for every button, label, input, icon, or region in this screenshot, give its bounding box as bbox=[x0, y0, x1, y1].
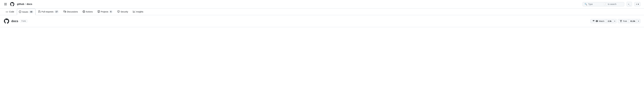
watch-main-button[interactable]: Watch bbox=[590, 19, 606, 23]
discussions-icon bbox=[64, 10, 66, 13]
fork-main-button[interactable]: Fork bbox=[618, 19, 629, 23]
watch-icon bbox=[592, 20, 595, 22]
repo-header: docs Public Watch 2.3k ▾ bbox=[0, 15, 644, 27]
tab-issues-label: Issues bbox=[22, 11, 28, 13]
projects-badge: 6 bbox=[109, 10, 112, 13]
search-kbd: / bbox=[604, 3, 607, 5]
repo-logo-icon bbox=[4, 18, 10, 24]
code-icon: <> bbox=[6, 11, 8, 13]
tab-projects-label: Projects bbox=[101, 10, 108, 13]
new-menu-button[interactable]: + ▾ bbox=[634, 2, 640, 6]
tab-insights[interactable]: Insights bbox=[131, 9, 146, 15]
issues-badge: 40 bbox=[29, 10, 33, 13]
repo-name: docs bbox=[11, 19, 18, 23]
tab-discussions[interactable]: Discussions bbox=[62, 9, 80, 15]
breadcrumb-owner[interactable]: github bbox=[17, 3, 24, 5]
tab-code-label: Code bbox=[9, 10, 14, 13]
tab-actions-label: Actions bbox=[86, 10, 93, 13]
tab-projects[interactable]: Projects 6 bbox=[96, 8, 115, 15]
search-icon: 🔍 bbox=[584, 3, 587, 5]
tab-issues[interactable]: Issues 40 bbox=[17, 9, 36, 15]
search-placeholder-text: Type bbox=[588, 3, 603, 5]
terminal-button[interactable]: >_ bbox=[626, 2, 632, 6]
fork-label: Fork bbox=[623, 20, 627, 22]
search-bar[interactable]: 🔍 Type / to search bbox=[582, 2, 624, 6]
breadcrumb-repo[interactable]: docs bbox=[26, 3, 32, 5]
tab-actions[interactable]: Actions bbox=[80, 9, 95, 15]
tab-insights-label: Insights bbox=[136, 10, 143, 13]
repository-nav: <> Code Issues 40 Pull requests 17 Discu… bbox=[0, 8, 644, 15]
issues-icon bbox=[19, 10, 21, 13]
visibility-badge: Public bbox=[20, 20, 28, 23]
fork-count[interactable]: 61.9k bbox=[629, 19, 637, 23]
tab-discussions-label: Discussions bbox=[67, 10, 78, 13]
tab-pull-requests-label: Pull requests bbox=[42, 10, 54, 13]
github-logo-icon bbox=[10, 2, 14, 6]
repo-actions: Watch 2.3k ▾ Fork 61.9k ▾ bbox=[590, 19, 640, 23]
fork-dropdown-arrow[interactable]: ▾ bbox=[637, 19, 640, 23]
security-icon bbox=[117, 10, 120, 13]
plus-dropdown-arrow: ▾ bbox=[638, 3, 639, 5]
projects-icon bbox=[98, 10, 100, 13]
tab-security[interactable]: Security bbox=[115, 9, 130, 15]
hamburger-line-3 bbox=[4, 5, 7, 5]
breadcrumb-separator: / bbox=[25, 3, 26, 5]
watch-label: Watch bbox=[599, 20, 604, 22]
watch-count[interactable]: 2.3k bbox=[606, 19, 613, 23]
plus-icon: + bbox=[636, 3, 637, 5]
eye-icon bbox=[596, 20, 598, 22]
watch-dropdown-arrow[interactable]: ▾ bbox=[613, 19, 616, 23]
watch-button-group: Watch 2.3k ▾ bbox=[590, 19, 617, 23]
fork-button-group: Fork 61.9k ▾ bbox=[618, 19, 640, 23]
hamburger-line-2 bbox=[4, 4, 7, 4]
hamburger-line-1 bbox=[4, 3, 7, 3]
tab-code[interactable]: <> Code bbox=[4, 9, 16, 15]
pull-requests-badge: 17 bbox=[54, 10, 59, 13]
actions-icon bbox=[83, 10, 85, 13]
terminal-icon: >_ bbox=[628, 3, 630, 5]
tab-pull-requests[interactable]: Pull requests 17 bbox=[36, 8, 61, 15]
fork-icon bbox=[620, 20, 622, 22]
pull-requests-icon bbox=[38, 10, 40, 13]
breadcrumb: github / docs bbox=[17, 3, 32, 5]
hamburger-button[interactable] bbox=[4, 2, 8, 6]
insights-icon bbox=[133, 10, 135, 13]
top-header: github / docs 🔍 Type / to search >_ + ▾ bbox=[0, 0, 644, 8]
tab-security-label: Security bbox=[120, 10, 128, 13]
search-suffix: to search bbox=[608, 3, 622, 5]
